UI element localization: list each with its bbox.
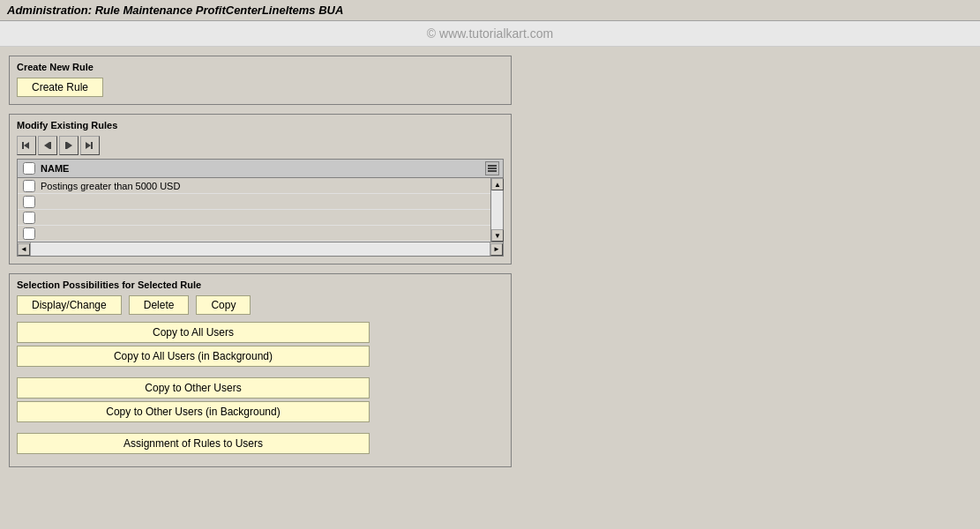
scroll-right-btn[interactable]: ► <box>490 243 503 256</box>
grid-settings-icon[interactable] <box>485 161 499 175</box>
title-bar: Administration: Rule Maintenance ProfitC… <box>0 0 980 21</box>
scroll-track-h <box>30 242 490 256</box>
copy-to-other-users-button[interactable]: Copy to Other Users <box>17 377 370 399</box>
toolbar-btn-2[interactable] <box>38 136 57 155</box>
horizontal-scrollbar[interactable]: ◄ ► <box>18 242 503 256</box>
svg-rect-0 <box>22 142 24 149</box>
grid-header: NAME <box>18 160 503 178</box>
vertical-scrollbar[interactable]: ▲ ▼ <box>490 178 503 242</box>
scroll-track-v <box>491 190 503 229</box>
copy-to-other-users-bg-button[interactable]: Copy to Other Users (in Background) <box>17 401 370 422</box>
grid-toolbar <box>17 136 504 155</box>
create-rule-button[interactable]: Create Rule <box>17 78 103 97</box>
table-row[interactable]: Postings greater than 5000 USD <box>18 178 490 194</box>
modify-existing-rules-title: Modify Existing Rules <box>17 120 504 130</box>
rules-grid: NAME Postings greater than 5000 USD <box>17 159 504 257</box>
toolbar-btn-1[interactable] <box>17 136 36 155</box>
assignment-rules-users-button[interactable]: Assignment of Rules to Users <box>17 433 370 454</box>
toolbar-btn-4[interactable] <box>80 136 100 155</box>
title-text: Administration: Rule Maintenance ProfitC… <box>7 4 343 17</box>
row-name-1: Postings greater than 5000 USD <box>41 181 487 191</box>
modify-existing-rules-section: Modify Existing Rules NAME <box>9 114 512 264</box>
copy-button[interactable]: Copy <box>196 295 251 315</box>
row-checkbox-1[interactable] <box>21 180 37 192</box>
svg-rect-5 <box>65 142 67 149</box>
copy-to-all-users-button[interactable]: Copy to All Users <box>17 322 370 343</box>
row-checkbox-2[interactable] <box>21 196 37 208</box>
toolbar-btn-3[interactable] <box>59 136 79 155</box>
row-checkbox-4[interactable] <box>21 227 37 240</box>
svg-rect-10 <box>488 170 497 172</box>
svg-marker-7 <box>86 142 91 149</box>
copy-all-users-group: Copy to All Users Copy to All Users (in … <box>17 322 504 367</box>
table-row[interactable] <box>18 210 490 226</box>
create-new-rule-section: Create New Rule Create Rule <box>9 56 512 105</box>
assignment-group: Assignment of Rules to Users <box>17 433 504 454</box>
watermark-text: © www.tutorialkart.com <box>427 26 553 41</box>
table-row[interactable] <box>18 226 490 242</box>
scroll-down-btn[interactable]: ▼ <box>491 229 504 242</box>
scroll-left-btn[interactable]: ◄ <box>18 243 30 256</box>
table-row[interactable] <box>18 194 490 210</box>
svg-rect-9 <box>488 168 497 169</box>
svg-marker-2 <box>44 142 49 149</box>
copy-to-all-users-bg-button[interactable]: Copy to All Users (in Background) <box>17 346 370 367</box>
svg-marker-1 <box>24 142 29 149</box>
delete-button[interactable]: Delete <box>129 295 190 315</box>
display-change-button[interactable]: Display/Change <box>17 295 122 315</box>
watermark-bar: © www.tutorialkart.com <box>0 21 980 47</box>
create-new-rule-title: Create New Rule <box>17 62 504 72</box>
grid-column-name: NAME <box>41 163 485 174</box>
svg-rect-8 <box>488 165 497 167</box>
svg-rect-3 <box>49 142 51 149</box>
grid-rows: Postings greater than 5000 USD <box>18 178 490 242</box>
copy-other-users-group: Copy to Other Users Copy to Other Users … <box>17 377 504 422</box>
row-checkbox-3[interactable] <box>21 212 37 224</box>
selection-possibilities-section: Selection Possibilities for Selected Rul… <box>9 273 512 467</box>
svg-rect-6 <box>91 142 93 149</box>
selection-possibilities-title: Selection Possibilities for Selected Rul… <box>17 279 504 290</box>
primary-actions-row: Display/Change Delete Copy <box>17 295 504 315</box>
svg-marker-4 <box>67 142 72 149</box>
header-checkbox[interactable] <box>21 162 37 175</box>
scroll-up-btn[interactable]: ▲ <box>491 178 504 190</box>
